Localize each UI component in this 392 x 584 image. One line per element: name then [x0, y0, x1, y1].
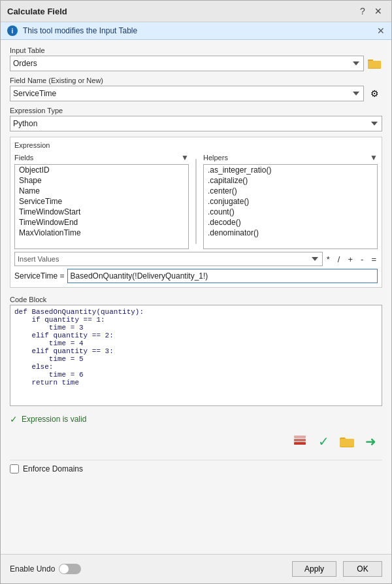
- list-item[interactable]: TimeWindowStart: [15, 207, 188, 217]
- title-bar: Calculate Field ? ✕: [1, 1, 391, 22]
- check-icon: ✓: [318, 434, 329, 449]
- expression-type-select[interactable]: Python: [10, 116, 382, 131]
- input-table-label: Input Table: [10, 46, 382, 54]
- operators-group: * / + - =: [325, 254, 378, 264]
- field-name-label: Field Name (Existing or New): [10, 77, 382, 84]
- field-settings-button[interactable]: ⚙: [367, 86, 382, 101]
- title-controls: ? ✕: [356, 5, 385, 18]
- divider-line: [195, 159, 197, 244]
- bottom-bar: Enable Undo Apply OK: [1, 554, 391, 583]
- insert-row: Insert Values * / + - =: [14, 252, 378, 266]
- divide-button[interactable]: /: [336, 254, 342, 264]
- helpers-label: Helpers: [203, 154, 228, 162]
- input-table-select[interactable]: Orders: [10, 56, 364, 71]
- expression-section: Expression Fields ▼ ObjectID Shape Name …: [10, 137, 382, 288]
- insert-values-select[interactable]: Insert Values: [14, 252, 323, 266]
- add-button[interactable]: +: [346, 254, 354, 264]
- svg-rect-8: [340, 439, 354, 447]
- list-item[interactable]: .conjugate(): [204, 196, 377, 207]
- enable-undo-group: Enable Undo: [10, 564, 81, 574]
- field-name-row: ServiceTime ⚙: [10, 86, 382, 101]
- enforce-domains-checkbox[interactable]: [10, 464, 19, 473]
- expression-assignment-row: ServiceTime =: [14, 269, 378, 283]
- list-item[interactable]: .as_integer_ratio(): [204, 165, 377, 175]
- fields-label: Fields: [14, 154, 33, 162]
- info-text: This tool modifies the Input Table: [23, 26, 372, 35]
- fields-helpers-row: Fields ▼ ObjectID Shape Name ServiceTime…: [14, 153, 378, 249]
- subtract-button[interactable]: -: [359, 254, 365, 264]
- svg-rect-4: [294, 439, 306, 441]
- col-divider: [193, 153, 199, 249]
- expression-input[interactable]: [67, 269, 378, 283]
- input-table-folder-button[interactable]: [367, 56, 382, 71]
- info-close-button[interactable]: ✕: [377, 26, 385, 36]
- list-item[interactable]: Shape: [15, 175, 188, 186]
- list-item[interactable]: TimeWindowEnd: [15, 217, 188, 228]
- equals-button[interactable]: =: [370, 254, 378, 264]
- stack-icon-svg: [293, 434, 307, 446]
- validation-row: ✓ Expression is valid: [10, 414, 382, 424]
- fields-header: Fields ▼: [14, 153, 189, 162]
- list-item[interactable]: ObjectID: [15, 165, 188, 175]
- expression-type-section: Expression Type Python: [10, 107, 382, 131]
- helpers-filter-icon[interactable]: ▼: [370, 153, 378, 162]
- apply-button[interactable]: Apply: [292, 561, 336, 577]
- helpers-column: Helpers ▼ .as_integer_ratio() .capitaliz…: [203, 153, 378, 249]
- stack-tool-button[interactable]: [291, 432, 309, 451]
- main-content: Input Table Orders Field Name (Existing …: [1, 40, 391, 554]
- expr-assignment-label: ServiceTime =: [14, 271, 65, 281]
- enable-undo-label: Enable Undo: [10, 564, 55, 574]
- helpers-header: Helpers ▼: [203, 153, 378, 162]
- help-button[interactable]: ?: [356, 5, 369, 18]
- list-item[interactable]: ServiceTime: [15, 196, 188, 207]
- expression-header: Expression: [14, 141, 378, 149]
- code-block-section: Code Block def BasedOnQuantity(quantity)…: [10, 293, 382, 406]
- list-item[interactable]: .count(): [204, 207, 377, 217]
- fields-column: Fields ▼ ObjectID Shape Name ServiceTime…: [14, 153, 189, 249]
- arrow-tool-button[interactable]: ➜: [361, 432, 380, 451]
- list-item[interactable]: .capitalize(): [204, 175, 377, 186]
- list-item[interactable]: MaxViolationTime: [15, 228, 188, 238]
- input-table-row: Orders: [10, 56, 382, 71]
- multiply-button[interactable]: *: [325, 254, 331, 264]
- dialog-title: Calculate Field: [7, 7, 67, 16]
- info-icon: i: [7, 26, 18, 36]
- code-block-label: Code Block: [10, 296, 382, 303]
- list-item[interactable]: Name: [15, 186, 188, 196]
- svg-rect-3: [294, 442, 306, 445]
- calculate-field-dialog: Calculate Field ? ✕ i This tool modifies…: [0, 0, 392, 584]
- folder-tool-button[interactable]: [338, 432, 356, 451]
- info-bar: i This tool modifies the Input Table ✕: [1, 22, 391, 40]
- enforce-domains-label: Enforce Domains: [23, 464, 83, 473]
- enable-undo-toggle[interactable]: [59, 564, 81, 574]
- svg-rect-2: [368, 61, 381, 68]
- valid-check-icon: ✓: [10, 414, 18, 424]
- helpers-list[interactable]: .as_integer_ratio() .capitalize() .cente…: [203, 164, 378, 249]
- list-item[interactable]: .denominator(): [204, 228, 377, 238]
- check-tool-button[interactable]: ✓: [314, 432, 333, 451]
- list-item[interactable]: .center(): [204, 186, 377, 196]
- input-table-section: Input Table Orders: [10, 46, 382, 71]
- code-block-content[interactable]: def BasedOnQuantity(quantity): if quanti…: [10, 305, 382, 406]
- folder-yellow-icon-svg: [340, 436, 354, 447]
- enforce-domains-row: Enforce Domains: [10, 460, 382, 477]
- fields-list[interactable]: ObjectID Shape Name ServiceTime TimeWind…: [14, 164, 189, 249]
- folder-icon: [368, 58, 381, 69]
- svg-rect-5: [294, 436, 306, 438]
- field-name-select[interactable]: ServiceTime: [10, 86, 364, 101]
- stack-icon: [293, 434, 307, 449]
- expression-type-label: Expression Type: [10, 107, 382, 114]
- field-name-section: Field Name (Existing or New) ServiceTime…: [10, 77, 382, 101]
- fields-filter-icon[interactable]: ▼: [181, 153, 189, 162]
- arrow-icon: ➜: [365, 434, 376, 449]
- toolbar-row: ✓ ➜: [10, 432, 382, 451]
- ok-button[interactable]: OK: [343, 561, 382, 577]
- close-button[interactable]: ✕: [372, 5, 385, 18]
- list-item[interactable]: .decode(): [204, 217, 377, 228]
- validation-text: Expression is valid: [22, 415, 86, 424]
